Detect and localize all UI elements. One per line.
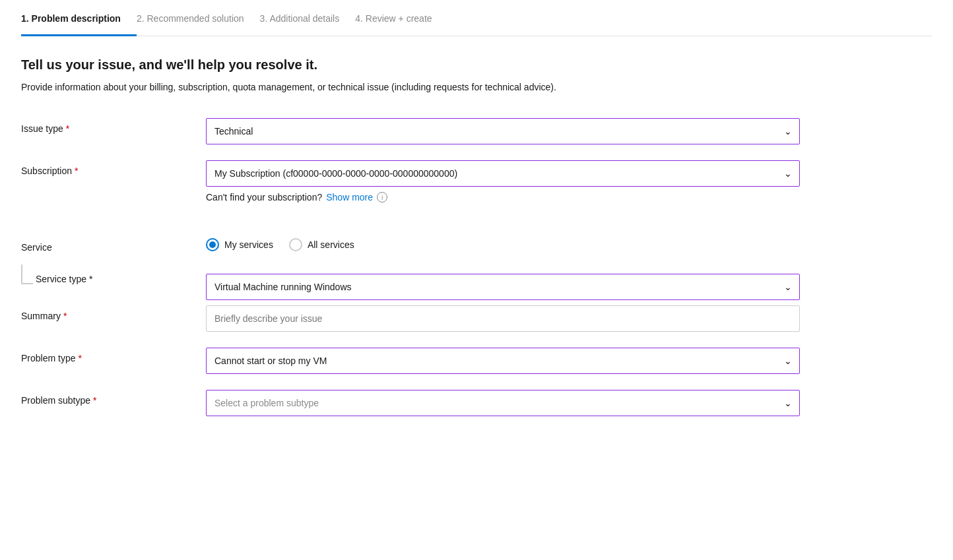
service-controls-col: My services All services Virtual Machine… (206, 232, 800, 300)
problem-type-required: * (78, 353, 81, 363)
problem-subtype-label: Problem subtype * (21, 390, 206, 406)
service-section: Service Service type * My services (21, 232, 932, 300)
problem-subtype-control: Select a problem subtype ⌄ (206, 390, 800, 416)
page-heading: Tell us your issue, and we'll help you r… (21, 57, 932, 73)
service-type-required: * (89, 274, 92, 284)
subscription-control: My Subscription (cf00000-0000-0000-0000-… (206, 160, 800, 216)
problem-subtype-row: Problem subtype * Select a problem subty… (21, 390, 932, 416)
all-services-radio[interactable] (289, 238, 302, 251)
wizard-steps: 1. Problem description 2. Recommended so… (21, 13, 932, 36)
all-services-option[interactable]: All services (289, 238, 354, 251)
summary-row: Summary * (21, 305, 932, 332)
problem-type-select-wrapper: Cannot start or stop my VM VM performanc… (206, 348, 800, 374)
step-problem-description[interactable]: 1. Problem description (21, 13, 137, 36)
summary-label: Summary * (21, 305, 206, 321)
subscription-select-wrapper: My Subscription (cf00000-0000-0000-0000-… (206, 160, 800, 187)
service-type-select-wrapper: Virtual Machine running Windows Virtual … (206, 274, 800, 300)
service-labels-col: Service Service type * (21, 232, 206, 284)
service-type-label-wrapper: Service type * (21, 258, 206, 284)
issue-type-select-wrapper: Technical Billing Subscription managemen… (206, 118, 800, 144)
page-container: 1. Problem description 2. Recommended so… (0, 0, 953, 560)
cant-find-subscription: Can't find your subscription? Show more … (206, 192, 800, 202)
problem-subtype-select-wrapper: Select a problem subtype ⌄ (206, 390, 800, 416)
service-radio-row: My services All services (206, 232, 800, 258)
my-services-radio[interactable] (206, 238, 219, 251)
problem-subtype-select[interactable]: Select a problem subtype (206, 390, 800, 416)
issue-type-label: Issue type * (21, 118, 206, 134)
service-label: Service (21, 232, 206, 258)
info-icon[interactable]: i (377, 192, 387, 202)
page-description: Provide information about your billing, … (21, 80, 615, 94)
subscription-row: Subscription * My Subscription (cf00000-… (21, 160, 932, 216)
problem-type-select[interactable]: Cannot start or stop my VM VM performanc… (206, 348, 800, 374)
service-type-select[interactable]: Virtual Machine running Windows Virtual … (206, 274, 800, 300)
subscription-required: * (75, 166, 78, 176)
show-more-link[interactable]: Show more (326, 192, 373, 202)
step-recommended-solution[interactable]: 2. Recommended solution (137, 13, 260, 36)
subscription-select[interactable]: My Subscription (cf00000-0000-0000-0000-… (206, 160, 800, 187)
my-services-option[interactable]: My services (206, 238, 273, 251)
issue-type-control: Technical Billing Subscription managemen… (206, 118, 800, 144)
tree-line-icon (21, 264, 33, 284)
service-type-select-row: Virtual Machine running Windows Virtual … (206, 274, 800, 300)
service-type-label: Service type * (36, 274, 93, 284)
problem-type-row: Problem type * Cannot start or stop my V… (21, 348, 932, 374)
summary-input[interactable] (206, 305, 800, 332)
service-radio-group: My services All services (206, 238, 354, 251)
support-form: Issue type * Technical Billing Subscript… (21, 118, 932, 432)
issue-type-row: Issue type * Technical Billing Subscript… (21, 118, 932, 144)
problem-type-control: Cannot start or stop my VM VM performanc… (206, 348, 800, 374)
issue-type-required: * (66, 123, 69, 134)
issue-type-select[interactable]: Technical Billing Subscription managemen… (206, 118, 800, 144)
summary-control (206, 305, 800, 332)
problem-subtype-required: * (93, 395, 96, 406)
problem-type-label: Problem type * (21, 348, 206, 363)
step-review-create[interactable]: 4. Review + create (355, 13, 447, 36)
subscription-label: Subscription * (21, 160, 206, 176)
summary-required: * (63, 311, 67, 321)
step-additional-details[interactable]: 3. Additional details (260, 13, 356, 36)
